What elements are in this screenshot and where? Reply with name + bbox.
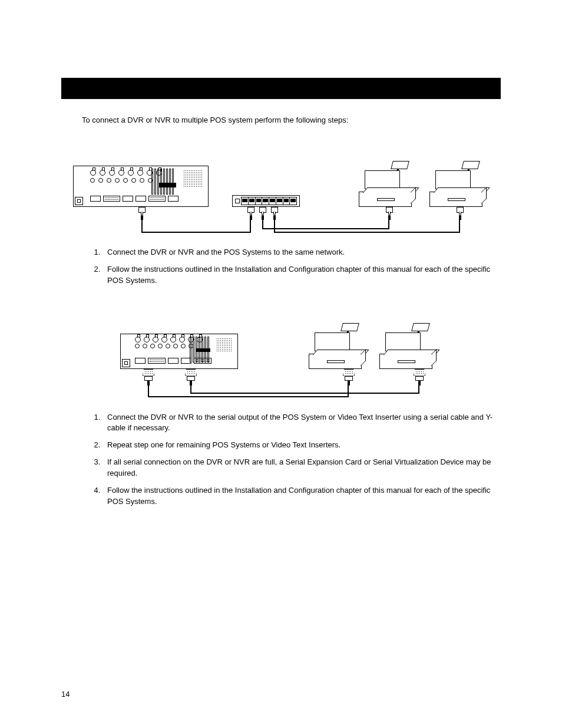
pos-register-icon — [379, 328, 432, 369]
pos-register-icon — [429, 166, 482, 207]
list-item: Connect the DVR or NVR to the serial out… — [103, 412, 501, 434]
pos-register-icon — [309, 328, 362, 369]
serial-steps-list: Connect the DVR or NVR to the serial out… — [103, 412, 501, 508]
page-number: 14 — [61, 690, 70, 699]
serial-section: Connect the DVR or NVR to the serial out… — [61, 328, 501, 508]
pos-register-icon — [359, 166, 412, 207]
dvr-unit — [120, 334, 238, 369]
list-item: If all serial connection on the DVR or N… — [103, 457, 501, 479]
serial-diagram — [120, 328, 501, 369]
list-item: Repeat step one for remaining POS System… — [103, 440, 501, 451]
list-item: Connect the DVR or NVR and the POS Syste… — [103, 247, 501, 258]
document-page: To connect a DVR or NVR to multiple POS … — [0, 0, 562, 728]
network-diagram — [73, 166, 501, 207]
section-header-bar — [61, 78, 501, 99]
dvr-unit — [73, 166, 209, 207]
network-switch — [232, 195, 300, 207]
intro-text: To connect a DVR or NVR to multiple POS … — [82, 116, 501, 124]
list-item: Follow the instructions outlined in the … — [103, 485, 501, 508]
network-steps-list: Connect the DVR or NVR and the POS Syste… — [103, 247, 501, 286]
network-wiring — [73, 207, 501, 236]
list-item: Follow the instructions outlined in the … — [103, 264, 501, 286]
serial-wiring — [73, 369, 501, 401]
